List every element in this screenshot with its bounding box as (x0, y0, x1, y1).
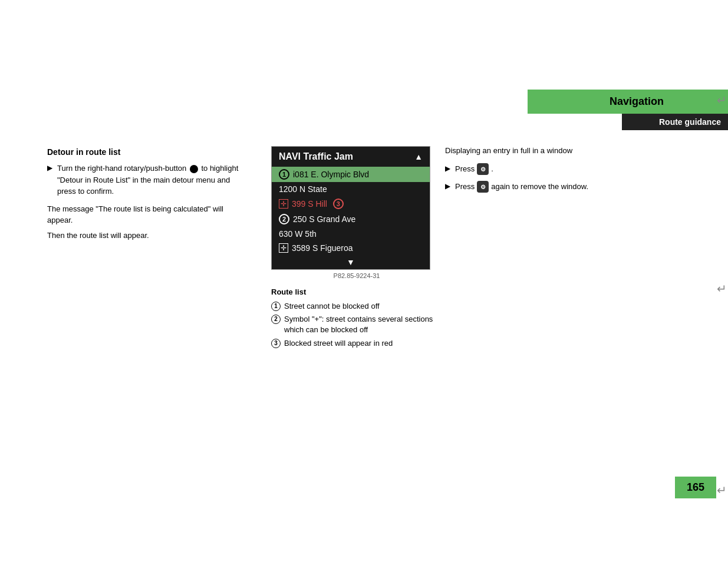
press-suffix-1: . (491, 163, 493, 175)
route-guidance-label: Route guidance (659, 117, 721, 127)
press-label-1: Press (455, 163, 475, 175)
route-list-title: Route list (271, 287, 442, 296)
page-number: 165 (675, 477, 716, 498)
detour-info-1-text: The message "The route list is being cal… (47, 204, 223, 225)
navi-row-2-text: 1200 N State (279, 184, 327, 194)
navigation-label: Navigation (610, 95, 664, 108)
right-section-title: Displaying an entry in full in a window (445, 146, 693, 155)
navi-caption: P82.85-9224-31 (271, 272, 442, 279)
navi-row-4-text: 250 S Grand Ave (293, 214, 355, 224)
detour-bullet-1-text: Turn the right-hand rotary/push-button t… (57, 163, 248, 197)
corner-mark-mid: ↵ (717, 282, 727, 296)
route-list-num-2: 2 (271, 315, 281, 324)
navi-num-3: 3 (333, 199, 344, 209)
right-bullet-2: ▶ Press ⚙ again to remove the window. (445, 181, 693, 193)
navi-plus-6: ✛ (279, 243, 288, 253)
navi-row-1: 1 i081 E. Olympic Blvd (272, 167, 430, 182)
navi-row-1-text: i081 E. Olympic Blvd (293, 170, 369, 179)
navi-row-3: ✛ 399 S Hill 3 (272, 196, 430, 211)
middle-column: NAVI Traffic Jam ▲ 1 i081 E. Olympic Blv… (271, 146, 442, 279)
navi-row-4: 2 250 S Grand Ave (272, 211, 430, 227)
corner-mark-bottom: ↵ (717, 483, 727, 497)
route-list-item-2: 2 Symbol "+": street contains several se… (271, 314, 442, 335)
navi-row-6: ✛ 3589 S Figueroa (272, 241, 430, 255)
right-bullet-1: ▶ Press ⚙ . (445, 163, 693, 175)
btn-icon-2: ⚙ (477, 181, 489, 193)
route-list-item-3-text: Blocked street will appear in red (284, 338, 393, 349)
right-bullet-1-text: Press ⚙ . (455, 163, 493, 175)
detour-bullet-1: ▶ Turn the right-hand rotary/push-button… (47, 163, 248, 197)
press-label-2: Press (455, 181, 475, 193)
navi-row-5-text: 630 W 5th (279, 229, 317, 239)
header-area: Navigation Route guidance (528, 90, 728, 130)
navi-traffic-box: NAVI Traffic Jam ▲ 1 i081 E. Olympic Blv… (271, 146, 430, 270)
navi-row-6-text: 3589 S Figueroa (292, 243, 353, 253)
route-list-item-1: 1 Street cannot be blocked off (271, 301, 442, 312)
route-guidance-bar: Route guidance (622, 114, 728, 130)
route-list-num-1: 1 (271, 302, 281, 311)
navi-num-2: 2 (279, 214, 289, 224)
navi-row-2: 1200 N State (272, 182, 430, 196)
navi-plus-3: ✛ (279, 199, 288, 209)
route-list-item-2-text: Symbol "+": street contains several sect… (284, 314, 442, 335)
route-list-item-1-text: Street cannot be blocked off (284, 301, 380, 312)
corner-mark-top: ↵ (717, 93, 727, 107)
arrow-bullet-1: ▶ (47, 164, 52, 172)
btn-icon-1: ⚙ (477, 163, 489, 175)
page-number-text: 165 (687, 481, 704, 493)
right-arrow-2: ▶ (445, 182, 450, 190)
route-list-item-3: 3 Blocked street will appear in red (271, 338, 442, 349)
navi-up-arrow: ▲ (414, 152, 423, 161)
right-column: Displaying an entry in full in a window … (445, 146, 693, 199)
route-list-num-3: 3 (271, 339, 281, 348)
detour-info-2-text: Then the route list will appear. (47, 231, 149, 240)
rotary-icon (190, 165, 198, 173)
navi-header: NAVI Traffic Jam ▲ (272, 147, 430, 167)
navi-title: NAVI Traffic Jam (279, 151, 353, 162)
navi-down-arrow: ▼ (272, 255, 430, 269)
navigation-tab: Navigation (528, 90, 728, 114)
left-column: Detour in route list ▶ Turn the right-ha… (47, 147, 248, 247)
route-list-section: Route list 1 Street cannot be blocked of… (271, 287, 442, 351)
press-suffix-2: again to remove the window. (491, 181, 588, 193)
right-bullet-2-text: Press ⚙ again to remove the window. (455, 181, 588, 193)
detour-section-title: Detour in route list (47, 147, 248, 157)
detour-info-2: Then the route list will appear. (47, 230, 248, 242)
navi-num-1: 1 (279, 169, 289, 180)
navi-row-3-text: 399 S Hill (292, 199, 327, 209)
right-arrow-1: ▶ (445, 164, 450, 173)
detour-info-1: The message "The route list is being cal… (47, 203, 248, 226)
navi-row-5: 630 W 5th (272, 227, 430, 241)
